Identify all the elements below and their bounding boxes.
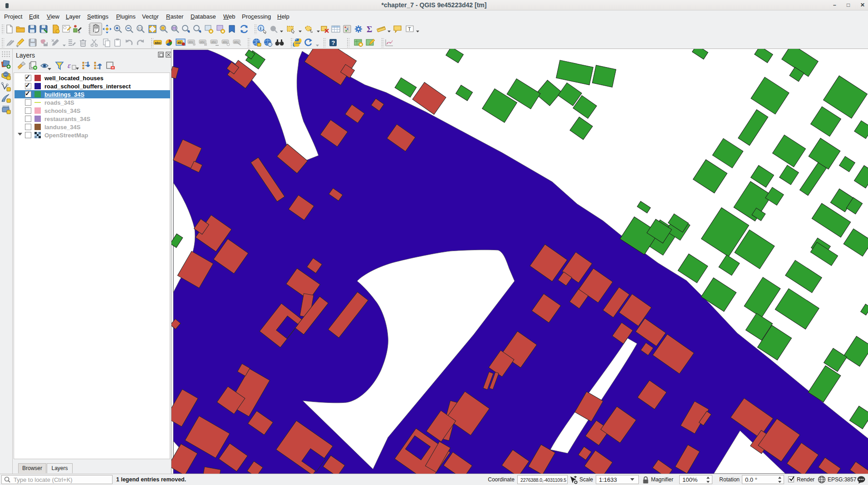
svg-text:abc: abc (189, 40, 194, 44)
svg-text:abc: abc (223, 40, 228, 44)
svg-text:a: a (78, 30, 80, 34)
svg-text:1:1: 1:1 (138, 27, 142, 30)
svg-text:?: ? (332, 39, 335, 46)
svg-text:T: T (408, 26, 411, 32)
svg-text:abc: abc (155, 41, 161, 45)
svg-text:abc: abc (200, 40, 206, 44)
svg-text:ε: ε (68, 61, 71, 70)
svg-text:abc: abc (211, 40, 217, 44)
svg-text:Σ: Σ (367, 24, 372, 34)
svg-text:i: i (260, 26, 261, 31)
svg-text:abc: abc (234, 40, 240, 44)
svg-text:ab: ab (178, 41, 181, 44)
